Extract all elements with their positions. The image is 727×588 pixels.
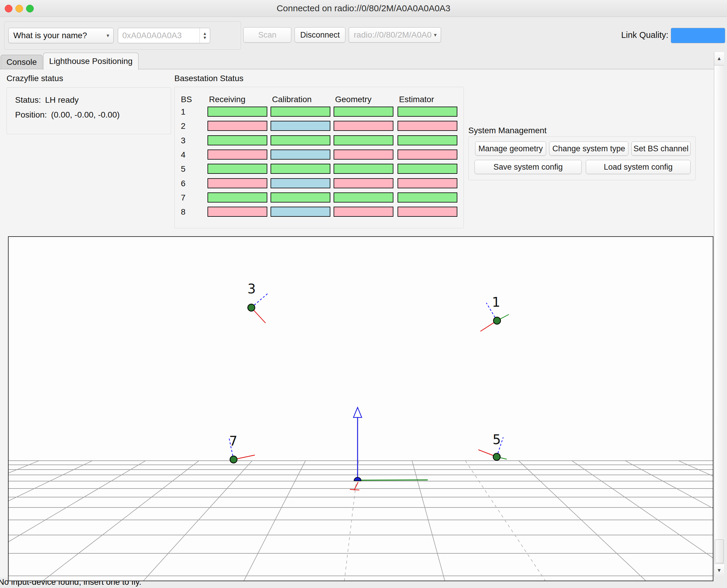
scroll-up-icon[interactable]: ▲ <box>714 52 724 65</box>
basestation-3-marker <box>248 304 255 311</box>
bs-row-number: 6 <box>181 179 193 188</box>
bs8-estimator-status <box>398 207 457 217</box>
bs6-estimator-status <box>398 178 457 188</box>
uri-select[interactable]: radio://0/80/2M/A0A0 ▾ <box>349 27 441 43</box>
bs4-estimator-status <box>398 149 457 160</box>
bs-row-number: 7 <box>181 193 193 203</box>
link-quality-bar <box>671 28 725 43</box>
column-header-bs: BS <box>181 95 192 104</box>
grid-depth-line <box>8 461 146 581</box>
status-line: Status: LH ready <box>15 95 79 105</box>
scan-button[interactable]: Scan <box>243 27 291 43</box>
bs8-geometry-status <box>334 207 393 217</box>
bs2-receiving-status <box>208 121 267 131</box>
bs5-calibration-status <box>271 164 330 174</box>
address-value: 0xA0A0A0A0A3 <box>122 31 182 40</box>
bs2-calibration-status <box>271 121 330 131</box>
3d-scene: 3175 <box>8 237 713 581</box>
system-management-heading: System Management <box>468 126 547 135</box>
bs7-receiving-status <box>208 192 267 203</box>
address-field[interactable]: 0xA0A0A0A0A3 ▲ ▼ <box>118 28 210 43</box>
grid-depth-line <box>244 461 305 581</box>
basestation-status-box: BSReceivingCalibrationGeometryEstimator1… <box>174 87 464 228</box>
load-system-config-button[interactable]: Load system config <box>586 160 690 174</box>
basestation-3-label: 3 <box>248 281 256 296</box>
grid-depth-line <box>572 461 713 581</box>
basestation-1-label: 1 <box>492 295 500 310</box>
change-system-type-button[interactable]: Change system type <box>549 142 628 156</box>
bs5-geometry-status <box>334 164 393 174</box>
link-quality-label: Link Quality: <box>617 27 668 43</box>
grid-depth-line <box>519 461 646 581</box>
bs-row-number: 3 <box>181 136 193 145</box>
bs2-geometry-status <box>334 121 393 131</box>
bs3-receiving-status <box>208 135 267 145</box>
tab-console[interactable]: Console <box>1 55 43 69</box>
bs1-estimator-status <box>398 107 457 117</box>
grid-depth-line <box>144 461 252 581</box>
bs7-calibration-status <box>271 192 330 203</box>
bs1-calibration-status <box>271 107 330 117</box>
disconnect-button[interactable]: Disconnect <box>295 27 345 43</box>
tab-lighthouse-positioning[interactable]: Lighthouse Positioning <box>43 53 138 69</box>
basestation-status-heading: Basestation Status <box>174 74 243 83</box>
bs4-calibration-status <box>271 149 330 160</box>
position-label: Position: <box>15 110 47 119</box>
app-window: Connected on radio://0/80/2M/A0A0A0A0A3 … <box>0 0 727 588</box>
manage-geometry-button[interactable]: Manage geometry <box>475 142 546 156</box>
position-value: (0.00, -0.00, -0.00) <box>51 110 120 119</box>
connect-mode-select[interactable]: What is your name? ▾ <box>8 28 114 43</box>
grid-depth-line <box>679 461 713 581</box>
stepper-up-icon[interactable]: ▲ <box>203 31 207 36</box>
bs6-receiving-status <box>208 178 267 188</box>
column-header-estimator: Estimator <box>399 95 434 104</box>
bs8-calibration-status <box>271 207 330 217</box>
bs6-geometry-status <box>334 178 393 188</box>
bs5-estimator-status <box>398 164 457 174</box>
bs-row-number: 8 <box>181 207 193 217</box>
address-stepper[interactable]: ▲ ▼ <box>199 28 210 43</box>
origin-x-axis <box>354 482 358 490</box>
tab-bar: ConsoleLighthouse Positioning <box>0 52 727 69</box>
bs4-geometry-status <box>334 149 393 160</box>
column-header-calibration: Calibration <box>272 95 312 104</box>
bs7-geometry-status <box>334 192 393 203</box>
scroll-down-icon[interactable]: ▼ <box>714 564 724 577</box>
bs5-receiving-status <box>208 164 267 174</box>
chevron-down-icon: ▾ <box>434 32 436 38</box>
stepper-down-icon[interactable]: ▼ <box>203 36 207 40</box>
lighthouse-3d-view[interactable]: 3175 <box>8 236 713 581</box>
status-value: LH ready <box>45 95 79 105</box>
basestation-7-label: 7 <box>229 434 237 448</box>
grid-depth-line <box>412 461 445 581</box>
crazyflie-status-heading: Crazyflie status <box>6 74 63 83</box>
grid-depth-line <box>8 461 39 581</box>
connect-mode-value: What is your name? <box>13 31 87 40</box>
vertical-scrollbar[interactable]: ▲ ▼ <box>714 52 724 577</box>
bs1-geometry-status <box>334 107 393 117</box>
basestation-7-marker <box>230 456 237 463</box>
bs6-calibration-status <box>271 178 330 188</box>
grid-depth-line <box>625 461 713 581</box>
column-header-receiving: Receiving <box>209 95 245 104</box>
basestation-5-label: 5 <box>493 432 501 447</box>
crazyflie-marker <box>354 477 361 481</box>
bs3-calibration-status <box>271 135 330 145</box>
save-system-config-button[interactable]: Save system config <box>474 160 582 174</box>
window-title: Connected on radio://0/80/2M/A0A0A0A0A3 <box>0 0 727 17</box>
bs3-estimator-status <box>398 135 457 145</box>
origin-y-axis <box>361 480 428 480</box>
bs3-geometry-status <box>334 135 393 145</box>
title-bar: Connected on radio://0/80/2M/A0A0A0A0A3 <box>0 0 727 17</box>
basestation-5-marker <box>493 453 500 460</box>
bs4-receiving-status <box>208 149 267 160</box>
bs-row-number: 1 <box>181 107 193 117</box>
basestation-1-marker <box>493 317 500 324</box>
uri-value: radio://0/80/2M/A0A0 <box>354 30 432 40</box>
bs2-estimator-status <box>398 121 457 131</box>
lighthouse-tab-page: Crazyflie status Status: LH ready Positi… <box>0 69 714 578</box>
scrollbar-thumb[interactable] <box>715 540 724 563</box>
set-bs-channel-button[interactable]: Set BS channel <box>632 142 690 156</box>
grid-depth-line <box>465 461 545 581</box>
position-line: Position: (0.00, -0.00, -0.00) <box>15 110 120 120</box>
